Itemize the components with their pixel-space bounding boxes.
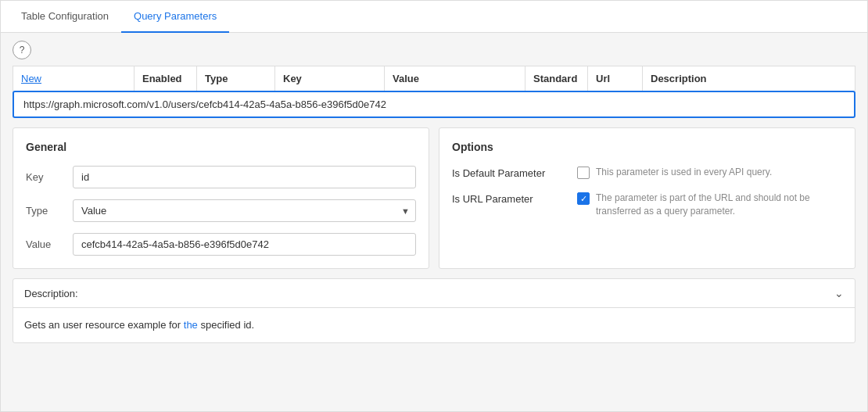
tab-table-configuration-label: Table Configuration: [21, 10, 109, 22]
th-value: Value: [385, 66, 525, 91]
value-row: Value: [26, 233, 416, 256]
is-url-desc: The parameter is part of the URL and sho…: [596, 192, 842, 218]
tab-query-parameters[interactable]: Query Parameters: [121, 1, 229, 33]
general-panel: General Key Type Value Query Header ▼: [13, 127, 429, 269]
options-panel: Options Is Default Parameter This parame…: [439, 127, 855, 269]
description-text-part2: specified id.: [198, 319, 254, 331]
help-row: ?: [13, 41, 855, 59]
url-input[interactable]: [13, 91, 855, 118]
th-url: Url: [588, 66, 643, 91]
chevron-down-icon: ⌄: [834, 287, 844, 299]
description-text-highlight: the: [184, 319, 198, 331]
th-standard: Standard: [525, 66, 588, 91]
is-default-checkbox[interactable]: [577, 167, 590, 179]
tab-table-configuration[interactable]: Table Configuration: [9, 1, 121, 33]
key-row: Key: [26, 166, 416, 188]
tab-query-parameters-label: Query Parameters: [134, 10, 217, 22]
description-text: Gets an user resource example for the sp…: [24, 317, 844, 333]
type-select-wrapper: Value Query Header ▼: [73, 199, 416, 222]
is-url-row: Is URL Parameter ✓ The parameter is part…: [452, 192, 842, 218]
options-panel-title: Options: [452, 141, 842, 153]
description-panel: Description: ⌄ Gets an user resource exa…: [13, 278, 855, 343]
description-header-title: Description:: [24, 288, 78, 299]
description-body: Gets an user resource example for the sp…: [13, 308, 855, 342]
is-default-control: This parameter is used in every API quer…: [577, 166, 842, 179]
url-bar: [13, 91, 855, 118]
is-default-label: Is Default Parameter: [452, 166, 577, 179]
key-label: Key: [26, 171, 73, 183]
is-url-label: Is URL Parameter: [452, 192, 577, 205]
is-url-checkbox[interactable]: ✓: [577, 192, 590, 205]
value-label: Value: [26, 238, 73, 250]
content-area: ? New Enabled Type Key Value Standard: [1, 33, 867, 411]
tabs: Table Configuration Query Parameters: [1, 1, 867, 33]
type-select[interactable]: Value Query Header: [73, 199, 416, 222]
help-icon[interactable]: ?: [13, 41, 31, 59]
description-header[interactable]: Description: ⌄: [13, 279, 855, 308]
is-url-control: ✓ The parameter is part of the URL and s…: [577, 192, 842, 218]
value-input[interactable]: [73, 233, 416, 256]
th-key: Key: [275, 66, 385, 91]
description-text-part1: Gets an user resource example for: [24, 319, 184, 331]
type-label: Type: [26, 205, 73, 217]
th-type: Type: [197, 66, 275, 91]
is-default-row: Is Default Parameter This parameter is u…: [452, 166, 842, 179]
type-row: Type Value Query Header ▼: [26, 199, 416, 222]
general-panel-title: General: [26, 141, 416, 153]
th-new[interactable]: New: [13, 66, 135, 91]
two-col: General Key Type Value Query Header ▼: [13, 127, 855, 269]
is-default-desc: This parameter is used in every API quer…: [596, 166, 842, 179]
th-description: Description: [643, 66, 855, 91]
key-input[interactable]: [73, 166, 416, 188]
th-enabled: Enabled: [135, 66, 197, 91]
table-header: New Enabled Type Key Value Standard Url …: [13, 66, 855, 91]
